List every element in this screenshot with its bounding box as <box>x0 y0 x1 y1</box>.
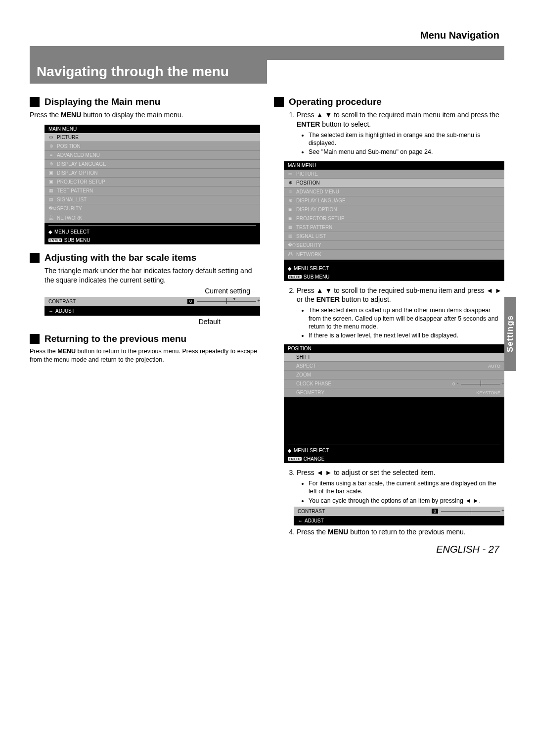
body-text: Press the MENU button to display the mai… <box>30 110 260 120</box>
osd-row: ASPECTAUTO <box>284 362 504 371</box>
body-text: Press the MENU button to return to the p… <box>30 347 260 364</box>
bullet: For items using a bar scale, the current… <box>309 479 504 496</box>
menu-icon: ▣ <box>48 179 54 184</box>
osd-row: 品NETWORK <box>44 213 260 223</box>
menu-icon: ▭ <box>288 171 293 176</box>
left-column: Displaying the Main menu Press the MENU … <box>30 89 260 539</box>
osd-label: ZOOM <box>296 372 311 378</box>
osd-title: MAIN MENU <box>284 161 504 170</box>
page-footer: ENGLISH - 27 <box>30 544 504 555</box>
osd-label: TEST PATTERN <box>57 188 93 193</box>
osd-title: MAIN MENU <box>44 125 260 133</box>
menu-icon: �O <box>48 206 54 211</box>
osd-row: ▣DISPLAY OPTION <box>284 205 504 214</box>
menu-icon: ▣ <box>48 170 54 175</box>
menu-icon: ≡ <box>288 189 293 194</box>
section-title: Returning to the previous menu <box>44 333 186 344</box>
menu-icon: �O <box>288 242 293 247</box>
menu-icon: ▦ <box>48 188 54 193</box>
bar-scale-example: CONTRAST 0 -+ ↔ADJUST <box>294 507 504 525</box>
osd-row: ▤SIGNAL LIST <box>44 195 260 204</box>
osd-label: NETWORK <box>57 215 82 221</box>
section-title: Adjusting with the bar scale items <box>44 252 196 263</box>
menu-icon: 品 <box>288 251 293 258</box>
osd-label: DISPLAY OPTION <box>296 207 337 212</box>
osd-label: PROJECTOR SETUP <box>296 216 345 221</box>
menu-icon: ▤ <box>288 234 293 238</box>
header-bar <box>30 46 504 60</box>
osd-label: CLOCK PHASE <box>296 381 331 386</box>
osd-row: ▦TEST PATTERN <box>44 187 260 195</box>
osd-label: PICTURE <box>296 171 318 177</box>
osd-label: SECURITY <box>57 206 82 211</box>
osd-value: 0 <box>452 381 455 386</box>
osd-label: PROJECTOR SETUP <box>57 179 105 185</box>
osd-row: ▣PROJECTOR SETUP <box>44 178 260 187</box>
osd-row: ZOOM <box>284 371 504 379</box>
osd-label: SHIFT <box>296 354 311 360</box>
square-bullet <box>274 97 284 107</box>
osd-label: SIGNAL LIST <box>57 197 87 202</box>
enter-badge: ENTER <box>48 238 62 242</box>
osd-footer: ◆MENU SELECT <box>284 264 504 273</box>
osd-label: NETWORK <box>296 252 321 257</box>
square-bullet <box>30 334 40 344</box>
enter-badge: ENTER <box>288 275 302 279</box>
section-title: Displaying the Main menu <box>44 96 160 107</box>
osd-label: DISPLAY OPTION <box>57 170 97 176</box>
step: Press the MENU button to return to the p… <box>297 527 504 537</box>
step: Press ◄ ► to adjust or set the selected … <box>297 468 504 477</box>
osd-label: ADVANCED MENU <box>57 152 100 158</box>
menu-icon: ▤ <box>48 197 54 202</box>
step: Press ▲ ▼ to scroll to the required sub-… <box>297 286 504 305</box>
osd-footer: ENTERSUB MENU <box>284 273 504 281</box>
menu-icon: 品 <box>48 215 54 221</box>
page-header: Menu Navigation <box>30 30 504 41</box>
bullet: You can cycle through the options of an … <box>309 497 504 505</box>
osd-row: CLOCK PHASE0-+ <box>284 379 504 388</box>
osd-row: ▦TEST PATTERN <box>284 223 504 232</box>
osd-row: SHIFT <box>284 353 504 362</box>
section-heading: Operating procedure <box>274 96 504 107</box>
osd-footer: ◆MENU SELECT <box>284 446 504 455</box>
osd-label: GEOMETRY <box>296 390 324 395</box>
osd-row: ⊕POSITION <box>284 179 504 188</box>
caption: Current setting <box>205 287 250 295</box>
right-column: Operating procedure Press ▲ ▼ to scroll … <box>274 89 504 539</box>
osd-row: �OSECURITY <box>44 204 260 213</box>
osd-label: TEST PATTERN <box>296 225 332 230</box>
osd-footer: ENTERSUB MENU <box>44 236 260 244</box>
caption: Default <box>199 318 221 326</box>
osd-footer: ENTERCHANGE <box>284 455 504 463</box>
enter-badge: ENTER <box>288 457 302 461</box>
osd-row: ⊕DISPLAY LANGUAGE <box>284 196 504 205</box>
menu-icon: ▦ <box>288 225 293 230</box>
osd-value: AUTO <box>488 364 500 369</box>
side-tab-settings: Settings <box>504 297 516 371</box>
osd-title: POSITION <box>284 344 504 353</box>
bullet: The selected item is highlighted in oran… <box>309 131 504 147</box>
step: Press ▲ ▼ to scroll to the required main… <box>297 110 504 129</box>
bullet: The selected item is called up and the o… <box>309 306 504 331</box>
section-title: Operating procedure <box>289 96 382 107</box>
osd-label: DISPLAY LANGUAGE <box>57 161 106 167</box>
osd-row: ▣DISPLAY OPTION <box>44 169 260 178</box>
menu-icon: ⊕ <box>288 198 293 203</box>
osd-row: ▭PICTURE <box>284 170 504 179</box>
osd-label: POSITION <box>57 143 81 149</box>
osd-row: ≡ADVANCED MENU <box>44 151 260 160</box>
menu-icon: ≡ <box>48 152 54 157</box>
square-bullet <box>30 253 40 263</box>
osd-label: PICTURE <box>57 135 79 140</box>
osd-label: ASPECT <box>296 363 316 369</box>
osd-row: �OSECURITY <box>284 241 504 250</box>
menu-icon: ▣ <box>288 216 293 221</box>
bullet: If there is a lower level, the next leve… <box>309 331 504 339</box>
section-heading: Returning to the previous menu <box>30 333 260 344</box>
osd-label: ADVANCED MENU <box>296 189 339 194</box>
osd-row: 品NETWORK <box>284 250 504 260</box>
menu-icon: ⊕ <box>48 143 54 148</box>
menu-icon: ⊕ <box>288 180 293 185</box>
osd-row: ▤SIGNAL LIST <box>284 232 504 241</box>
menu-icon: ▭ <box>48 135 54 140</box>
